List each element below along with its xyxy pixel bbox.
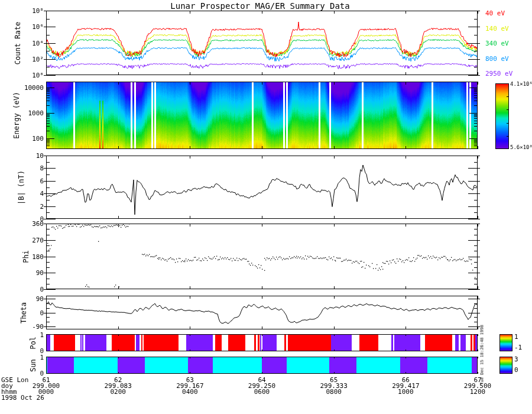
- phi-ytick: 360: [17, 221, 44, 227]
- bmag-ytick: 2: [17, 203, 44, 209]
- legend-800eV: 800 eV: [485, 55, 509, 62]
- figure-title: Lunar Prospector MAG/ER Summary Data: [170, 1, 349, 11]
- energy-ytick: 10000: [17, 84, 44, 90]
- pol-colorbar-top: 1: [514, 334, 518, 339]
- x-axis-value: 1000: [398, 389, 414, 395]
- creation-timestamp: Tue Dec 15 18:26:48 1998: [481, 325, 485, 384]
- pol-ytick: 1: [17, 332, 44, 338]
- x-axis-value: 0400: [182, 389, 198, 395]
- count-rate-ytick: 10⁴: [17, 40, 44, 46]
- theta-ytick: 90: [17, 296, 44, 302]
- legend-2950eV: 2950 eV: [485, 70, 512, 77]
- theta-ytick: 0: [17, 309, 44, 316]
- energy-ytick: 1000: [17, 109, 44, 116]
- legend-40eV: 40 eV: [485, 10, 505, 17]
- phi-ytick: 270: [17, 237, 44, 243]
- legend-340eV: 340 eV: [485, 40, 509, 47]
- colorbar-max-label: 4.1×10⁶: [510, 82, 532, 87]
- phi-ytick: 0: [17, 286, 44, 293]
- x-axis-value: 0800: [326, 389, 342, 395]
- count-rate-ytick: 10²: [17, 56, 44, 62]
- phi-ytick: 180: [17, 253, 44, 260]
- count-rate-ytick: 10⁰: [17, 72, 44, 79]
- bmag-ytick: 6: [17, 177, 44, 184]
- pol-colorbar-bottom: -1: [514, 345, 522, 350]
- sun-ytick: 0: [17, 370, 44, 377]
- x-axis-value: 1200: [470, 389, 486, 395]
- sun-colorbar-top: 3: [514, 357, 518, 362]
- ylabel-b_mag: |B| (nT): [18, 170, 25, 205]
- x-axis-value: 0600: [254, 389, 270, 395]
- x-axis-value: 0200: [110, 389, 126, 395]
- colorbar-min-label: 5.6×10⁰: [510, 145, 532, 150]
- sun-colorbar-bottom: 0: [514, 367, 518, 373]
- sun-ytick: 1: [17, 354, 44, 361]
- phi-ytick: 90: [17, 270, 44, 276]
- energy-ytick: 100: [17, 135, 44, 141]
- count-rate-ytick: 10⁸: [17, 8, 44, 14]
- date-label: 1998 Oct 26: [1, 394, 44, 401]
- figure-canvas: [0, 0, 532, 414]
- count-rate-ytick: 10⁶: [17, 24, 44, 30]
- bmag-ytick: 10: [17, 153, 44, 159]
- legend-140eV: 140 eV: [485, 25, 509, 31]
- bmag-ytick: 4: [17, 190, 44, 197]
- theta-ytick: -90: [17, 323, 44, 329]
- lunar-prospector-summary-figure: Lunar Prospector MAG/ER Summary Data Cou…: [0, 0, 532, 414]
- bmag-ytick: 8: [17, 165, 44, 172]
